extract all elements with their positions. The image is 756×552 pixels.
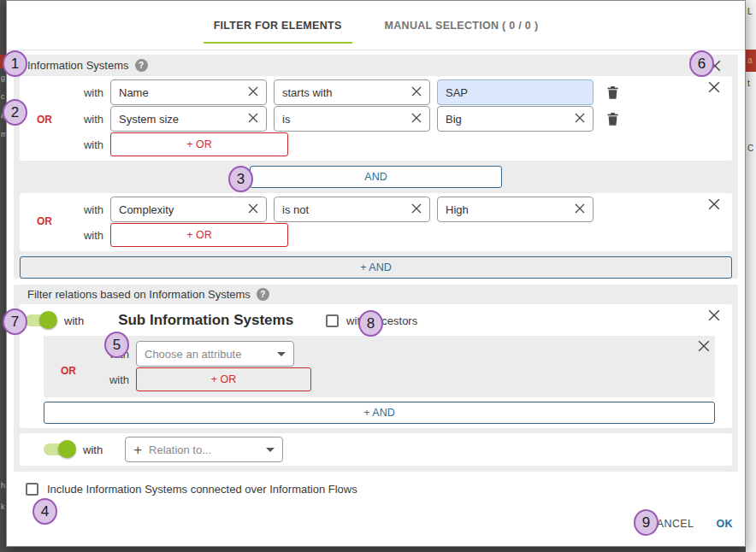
active-tab-underline [204,42,352,44]
delete-row-icon[interactable] [607,113,618,126]
clear-icon[interactable] [411,113,422,126]
relation-enabled-toggle[interactable] [44,443,74,455]
with-label: with [83,443,103,456]
value-text: SAP [446,86,585,99]
help-icon[interactable]: ? [257,288,269,301]
or-label: OR [37,114,52,126]
relation-to-select[interactable]: + Relation to... [125,437,283,462]
include-connected-checkbox[interactable] [26,483,38,496]
filter-dialog: FILTER FOR ELEMENTS MANUAL SELECTION ( 0… [6,0,746,547]
annotation-badge-2: 2 [3,99,27,126]
attribute-select[interactable]: Complexity [110,197,267,222]
background-text-fragment: h [1,481,5,490]
with-label: with [78,86,103,99]
close-icon[interactable] [708,198,720,210]
plus-icon: + [133,443,142,457]
with-label: with [78,229,103,242]
background-text-fragment: c [1,92,5,101]
with-label: with [64,314,84,327]
and-button[interactable]: AND [250,166,502,188]
elements-filter-section: Information Systems ? with Name [14,55,738,279]
annotation-badge-1: 1 [3,50,27,77]
value-input[interactable]: Big [437,106,594,132]
add-and-button[interactable]: + AND [20,256,732,279]
operator-value: is [282,113,411,126]
tab-label: MANUAL SELECTION ( 0 / 0 ) [385,20,539,32]
clear-icon[interactable] [248,86,258,99]
clear-icon[interactable] [411,203,422,216]
annotation-badge-7: 7 [3,308,27,335]
annotation-badge-3: 3 [228,166,253,192]
with-label: with [78,138,103,151]
relation-name: Sub Information Systems [118,312,293,329]
background-page-left-edge: g c a m h k [0,0,6,552]
relation-enabled-toggle[interactable] [25,314,56,326]
dialog-content: Information Systems ? with Name [7,50,745,547]
clear-icon[interactable] [575,113,585,126]
help-icon[interactable]: ? [135,59,148,72]
attribute-value: Complexity [119,203,248,216]
operator-select[interactable]: starts with [274,79,430,105]
filter-group-2: OR with Complexity is not High [20,193,732,251]
dialog-footer: CANCEL OK [648,518,733,530]
annotation-badge-4: 4 [32,498,57,525]
filter-row: with Choose an attribute [44,341,715,367]
tab-filter-for-elements[interactable]: FILTER FOR ELEMENTS [204,1,352,50]
or-label: OR [37,215,52,227]
value-text: Big [446,113,575,126]
close-icon[interactable] [708,81,720,93]
with-label: with [108,373,129,386]
tab-manual-selection[interactable]: MANUAL SELECTION ( 0 / 0 ) [375,1,549,50]
tab-bar: FILTER FOR ELEMENTS MANUAL SELECTION ( 0… [7,1,745,50]
clear-icon[interactable] [248,113,258,126]
add-or-button[interactable]: + OR [136,367,311,391]
with-label: with [78,203,103,216]
ok-button[interactable]: OK [716,518,733,530]
include-connected-row: Include Information Systems connected ov… [26,483,738,496]
with-label: with [78,113,103,126]
attribute-select[interactable]: System size [110,106,267,132]
elements-section-header: Information Systems ? [14,55,738,76]
background-text-fragment: k [1,502,5,511]
chevron-down-icon [266,448,275,452]
attribute-select[interactable]: Choose an attribute [136,341,294,367]
operator-value: starts with [282,86,411,99]
chevron-down-icon [277,352,286,356]
clear-icon[interactable] [248,203,258,216]
filter-row: OR with System size is Big [20,106,732,132]
close-icon[interactable] [698,340,710,352]
toggle-knob [58,440,76,458]
operator-select[interactable]: is not [274,197,430,222]
annotation-badge-6: 6 [689,50,714,77]
annotation-badge-5: 5 [104,332,129,358]
filter-row: with Complexity is not High [20,197,732,222]
close-icon[interactable] [708,309,720,321]
add-and-button[interactable]: + AND [44,402,715,424]
value-input[interactable]: SAP [437,79,594,105]
add-or-row: with + OR [20,223,732,247]
section-title: Information Systems [27,59,129,72]
add-or-row: with + OR [20,132,732,156]
attribute-value: Name [119,86,248,99]
background-red-row-fragment: a [746,50,756,72]
add-or-button[interactable]: + OR [110,223,288,247]
clear-icon[interactable] [575,203,585,216]
or-label: OR [61,365,76,377]
toggle-knob [39,311,57,329]
filter-row: with Name starts with SAP [20,79,732,105]
value-text: High [446,203,575,216]
value-input[interactable]: High [437,197,594,222]
attribute-select[interactable]: Name [110,79,267,105]
section-bottom-padding [14,466,738,472]
delete-row-icon[interactable] [607,86,618,99]
add-or-button[interactable]: + OR [110,132,288,156]
operator-value: is not [282,203,411,216]
attribute-placeholder: Choose an attribute [145,348,272,361]
operator-select[interactable]: is [274,106,430,132]
clear-icon[interactable] [411,86,422,99]
section-title: Filter relations based on Information Sy… [27,288,251,301]
attribute-value: System size [119,113,248,126]
with-ancestors-checkbox[interactable] [326,314,339,327]
relation-attribute-group: OR with Choose an attribute with + OR [44,336,715,397]
background-text-fragment: g [1,73,5,82]
